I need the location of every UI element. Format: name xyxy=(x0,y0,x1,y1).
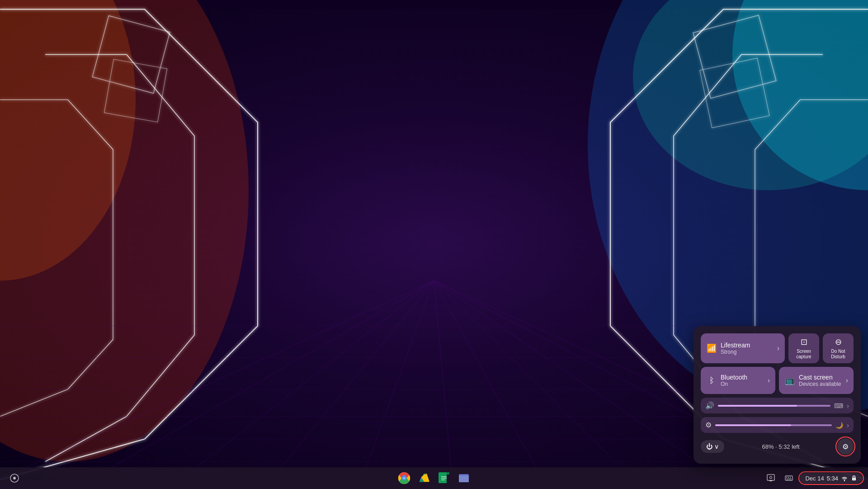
screen-capture-icon: ⊡ xyxy=(798,337,809,347)
svg-rect-47 xyxy=(767,475,774,480)
brightness-slider[interactable] xyxy=(715,424,832,426)
time-label: 5:34 xyxy=(827,475,838,482)
taskbar-left xyxy=(5,469,24,487)
drive-app-icon[interactable] xyxy=(416,470,432,486)
qs-row-1: 📶 Lifestream Strong › ⊡ Screen capture ⊖… xyxy=(701,333,854,363)
lifestream-text: Lifestream Strong xyxy=(721,342,774,355)
svg-rect-50 xyxy=(785,476,793,480)
bluetooth-title: Bluetooth xyxy=(721,374,764,381)
do-not-disturb-icon: ⊖ xyxy=(833,337,844,347)
date-label: Dec 14 xyxy=(805,475,824,482)
taskbar-center xyxy=(396,470,472,486)
settings-button[interactable]: ⚙ xyxy=(837,438,854,455)
cast-screen-title: Cast screen xyxy=(799,374,842,381)
cast-chevron[interactable]: › xyxy=(846,376,848,385)
drive-icon xyxy=(418,472,430,484)
brightness-icon: ⚙ xyxy=(705,421,712,429)
svg-rect-46 xyxy=(459,475,469,482)
lifestream-chevron[interactable]: › xyxy=(777,344,779,352)
bluetooth-text: Bluetooth On xyxy=(721,374,764,387)
lifestream-sub: Strong xyxy=(721,349,774,355)
volume-slider-row: 🔊 ⌨ › xyxy=(701,398,854,413)
keyboard-tray-icon[interactable] xyxy=(782,471,796,485)
cast-screen-sub: Devices available xyxy=(799,381,842,387)
svg-rect-43 xyxy=(441,480,445,480)
chrome-app-icon[interactable] xyxy=(396,470,412,486)
brightness-chevron[interactable]: › xyxy=(847,422,849,429)
bluetooth-tile[interactable]: ᛒ Bluetooth On › xyxy=(701,367,775,394)
battery-status: 68% · 5:32 left xyxy=(762,443,799,450)
svg-point-32 xyxy=(403,477,406,480)
screenshot-icon xyxy=(767,474,775,482)
svg-rect-54 xyxy=(786,479,792,480)
svg-point-48 xyxy=(770,476,772,479)
sheets-app-icon[interactable] xyxy=(436,470,452,486)
wifi-status-icon xyxy=(841,475,848,482)
volume-icon: 🔊 xyxy=(705,401,714,410)
chrome-icon xyxy=(398,472,410,484)
qs-bottom-bar: ⏻ ∨ 68% · 5:32 left ⚙ xyxy=(701,437,854,456)
svg-rect-42 xyxy=(441,478,447,479)
svg-rect-41 xyxy=(441,476,447,477)
lifestream-tile[interactable]: 📶 Lifestream Strong › xyxy=(701,333,785,363)
launcher-icon xyxy=(10,474,19,483)
qs-row-2: ᛒ Bluetooth On › 📺 Cast screen Devices a… xyxy=(701,367,854,394)
files-app-icon[interactable] xyxy=(456,470,472,486)
cast-screen-tile[interactable]: 📺 Cast screen Devices available › xyxy=(779,367,854,394)
screen-capture-tray-icon[interactable] xyxy=(764,471,778,485)
bluetooth-icon: ᛒ xyxy=(706,376,717,385)
power-button[interactable]: ⏻ ∨ xyxy=(701,440,724,453)
svg-rect-39 xyxy=(440,472,447,483)
lifestream-title: Lifestream xyxy=(721,342,774,349)
lock-icon xyxy=(851,475,857,481)
brightness-slider-row: ⚙ 🌙 › xyxy=(701,417,854,433)
taskbar: Dec 14 5:34 xyxy=(0,467,868,489)
svg-point-56 xyxy=(854,479,854,480)
volume-keyboard-icon: ⌨ xyxy=(834,402,843,409)
settings-icon: ⚙ xyxy=(842,442,849,451)
volume-slider[interactable] xyxy=(718,405,830,407)
bluetooth-sub: On xyxy=(721,381,764,387)
brightness-slider-fill xyxy=(715,424,791,426)
do-not-disturb-title: Do Not Disturb xyxy=(826,349,851,360)
sheets-icon xyxy=(438,472,450,484)
screen-capture-title: Screen capture xyxy=(791,349,816,360)
files-icon xyxy=(458,472,470,484)
volume-chevron[interactable]: › xyxy=(847,402,849,409)
system-tray-clock[interactable]: Dec 14 5:34 xyxy=(800,473,863,484)
screen-capture-tile[interactable]: ⊡ Screen capture xyxy=(788,333,819,363)
quick-settings-panel: 📶 Lifestream Strong › ⊡ Screen capture ⊖… xyxy=(693,326,861,464)
cast-icon: 📺 xyxy=(784,375,795,385)
svg-point-28 xyxy=(13,477,16,480)
keyboard-icon xyxy=(785,474,793,482)
power-chevron: ∨ xyxy=(714,443,719,450)
taskbar-right: Dec 14 5:34 xyxy=(764,471,863,485)
svg-rect-53 xyxy=(790,477,791,478)
power-icon: ⏻ xyxy=(706,443,712,450)
volume-slider-fill xyxy=(718,405,797,407)
do-not-disturb-tile[interactable]: ⊖ Do Not Disturb xyxy=(823,333,854,363)
bluetooth-chevron[interactable]: › xyxy=(768,376,770,385)
svg-rect-51 xyxy=(786,477,787,478)
launcher-button[interactable] xyxy=(5,469,24,487)
svg-rect-52 xyxy=(788,477,789,478)
brightness-extra-icon: 🌙 xyxy=(835,422,843,429)
svg-rect-49 xyxy=(769,480,772,481)
cast-screen-text: Cast screen Devices available xyxy=(799,374,842,387)
wifi-icon: 📶 xyxy=(706,343,717,353)
